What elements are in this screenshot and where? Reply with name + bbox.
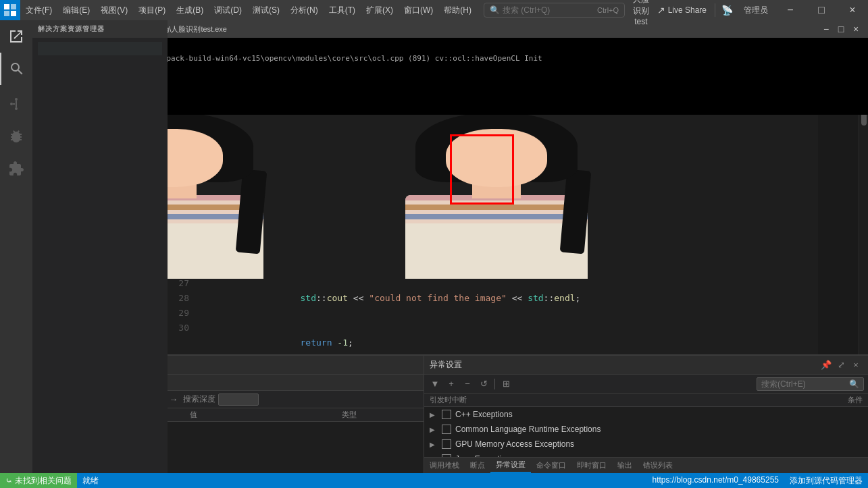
title-right-area: ↗ Live Share 📡 管理员 − □ × — [650, 0, 868, 20]
exc-expand-icon[interactable]: ⤢ — [834, 358, 848, 372]
depth-input-box[interactable] — [218, 394, 259, 406]
status-url[interactable]: https://blog.csdn.net/m0_49865255 — [647, 475, 784, 485]
maximize-button[interactable]: □ — [806, 0, 837, 20]
exc-search-input[interactable] — [761, 379, 849, 389]
menu-debug[interactable]: 调试(D) — [209, 0, 247, 20]
sidebar-item[interactable] — [38, 72, 162, 85]
console-controls: − □ × — [819, 22, 863, 36]
svg-rect-2 — [11, 11, 16, 16]
close-button[interactable]: × — [837, 0, 868, 20]
code-lines: std::cout << "could not find the image" … — [195, 273, 868, 354]
fwd-arrow-icon[interactable]: → — [167, 393, 180, 406]
exc-col-headers: 引发时中断 条件 — [424, 394, 868, 407]
menu-build[interactable]: 生成(B) — [171, 0, 209, 20]
exc-check-clr[interactable] — [442, 425, 451, 434]
sidebar-item[interactable] — [38, 57, 162, 70]
tab-breakpoints[interactable]: 断点 — [465, 458, 490, 473]
minimize-button[interactable]: − — [775, 0, 806, 20]
exception-settings-panel: 异常设置 📌 ⤢ × ▼ + − ↺ ⊞ 🔍 引发时中断 条件 — [424, 356, 868, 473]
window-title: 人脸识别test — [632, 0, 650, 26]
exc-expand-gpu[interactable]: ▶ — [430, 441, 439, 448]
menu-help[interactable]: 帮助(H) — [438, 0, 477, 20]
source-control-label: 添加到源代码管理器 — [790, 475, 863, 487]
activity-debug[interactable] — [0, 120, 32, 153]
title-search-input[interactable] — [503, 5, 597, 15]
activity-explorer[interactable] — [0, 20, 32, 53]
tab-command[interactable]: 命令窗口 — [531, 458, 571, 473]
tab-callstack[interactable]: 调用堆栈 — [424, 458, 465, 473]
menu-ext[interactable]: 扩展(X) — [361, 0, 399, 20]
tab-output[interactable]: 输出 — [612, 458, 638, 473]
activity-extensions[interactable] — [0, 153, 32, 185]
menu-tools[interactable]: 工具(T) — [324, 0, 361, 20]
line-num-30: 30 — [168, 321, 189, 335]
exc-toolbar: ▼ + − ↺ ⊞ 🔍 — [424, 375, 868, 394]
svg-point-5 — [15, 107, 18, 110]
live-share-label: Live Share — [668, 5, 707, 15]
svg-rect-0 — [4, 4, 9, 9]
admin-button[interactable]: 管理员 — [737, 0, 775, 20]
exc-search-icon: 🔍 — [849, 379, 859, 389]
console-maximize[interactable]: □ — [834, 22, 848, 36]
sidebar: 解决方案资源管理器 — [32, 20, 168, 473]
menu-window[interactable]: 窗口(W) — [399, 0, 438, 20]
broadcast-icon[interactable]: 📡 — [717, 0, 737, 20]
exc-list: ▶ C++ Exceptions ▶ Common Language Runti… — [424, 407, 868, 457]
exc-check-gpu[interactable] — [442, 439, 451, 449]
exc-row-cpp: ▶ C++ Exceptions — [424, 407, 868, 422]
search-icon: 🔍 — [490, 5, 500, 15]
depth-input[interactable] — [222, 396, 255, 404]
delete-exc-icon[interactable]: − — [461, 377, 474, 391]
exc-search-box[interactable]: 🔍 — [757, 377, 864, 391]
exc-close-icon[interactable]: × — [849, 358, 863, 372]
status-bar: ⤿ 未找到相关问题 就绪 https://blog.csdn.net/m0_49… — [0, 473, 868, 488]
activity-search[interactable] — [0, 53, 32, 85]
exc-row-gpu: ▶ GPU Memory Access Exceptions — [424, 437, 868, 452]
live-share-button[interactable]: ↗ Live Share — [650, 0, 713, 20]
menu-view[interactable]: 视图(V) — [95, 0, 133, 20]
exc-pin-icon[interactable]: 📌 — [819, 358, 833, 372]
exc-expand-cpp[interactable]: ▶ — [430, 411, 439, 418]
solution-explorer-label: 解决方案资源管理器 — [38, 24, 105, 34]
col-type-header: 类型 — [342, 410, 418, 420]
exc-expand-clr[interactable]: ▶ — [430, 426, 439, 433]
sidebar-item[interactable] — [38, 42, 162, 55]
activity-git[interactable] — [0, 88, 32, 120]
menu-project[interactable]: 项目(P) — [133, 0, 171, 20]
menu-analyze[interactable]: 分析(N) — [285, 0, 324, 20]
tab-exceptions[interactable]: 异常设置 — [490, 458, 531, 473]
menu-test[interactable]: 测试(S) — [247, 0, 285, 20]
title-search-bar[interactable]: 🔍 Ctrl+Q — [484, 3, 625, 18]
console-minimize[interactable]: − — [819, 22, 833, 36]
exc-trigger-header: 引发时中断 — [430, 395, 718, 405]
status-source-control[interactable]: 添加到源代码管理器 — [784, 475, 868, 487]
svg-rect-1 — [11, 4, 16, 9]
face-result — [446, 129, 548, 187]
exc-row-clr: ▶ Common Language Runtime Exceptions — [424, 422, 868, 437]
sidebar-item[interactable] — [38, 86, 162, 100]
menu-edit[interactable]: 编辑(E) — [57, 0, 95, 20]
r-stripe6 — [405, 219, 588, 223]
exc-header: 异常设置 📌 ⤢ × — [424, 356, 868, 375]
tab-immediate[interactable]: 即时窗口 — [571, 458, 612, 473]
exc-check-cpp[interactable] — [442, 410, 451, 419]
filter-icon[interactable]: ▼ — [428, 377, 442, 391]
console-close[interactable]: × — [849, 22, 863, 36]
add-exc-icon[interactable]: + — [444, 377, 458, 391]
search-shortcut: Ctrl+Q — [597, 6, 619, 14]
tb-divider — [494, 379, 495, 389]
restore-exc-icon[interactable]: ↺ — [477, 377, 490, 391]
r-stripe3 — [405, 205, 588, 210]
menu-file[interactable]: 文件(F) — [20, 0, 57, 20]
status-branch[interactable]: ⤿ 未找到相关问题 — [0, 473, 77, 488]
sidebar-placeholder — [32, 38, 168, 104]
url-label: https://blog.csdn.net/m0_49865255 — [653, 475, 779, 485]
debug-tab-bar: 调用堆栈 断点 异常设置 命令窗口 即时窗口 输出 错误列表 — [424, 457, 868, 473]
app-icon — [0, 0, 20, 20]
expand-all-icon[interactable]: ⊞ — [499, 377, 513, 391]
activity-bar — [0, 20, 32, 473]
svg-point-6 — [10, 103, 13, 105]
exc-label-clr: Common Language Runtime Exceptions — [455, 425, 601, 434]
search-depth-label: 搜索深度 — [183, 394, 215, 405]
tab-errors[interactable]: 错误列表 — [638, 458, 678, 473]
